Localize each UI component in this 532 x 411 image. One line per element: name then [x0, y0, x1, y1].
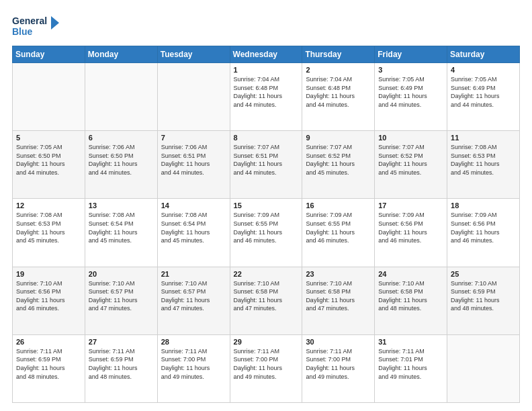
day-number: 30 — [306, 338, 371, 346]
svg-text:General: General — [12, 15, 47, 26]
calendar-cell: 23Sunrise: 7:10 AM Sunset: 6:58 PM Dayli… — [302, 267, 375, 334]
calendar-cell: 20Sunrise: 7:10 AM Sunset: 6:57 PM Dayli… — [85, 267, 157, 334]
calendar-cell: 2Sunrise: 7:04 AM Sunset: 6:48 PM Daylig… — [302, 63, 375, 131]
day-number: 18 — [451, 201, 516, 210]
calendar-week-row: 26Sunrise: 7:11 AM Sunset: 6:59 PM Dayli… — [13, 334, 520, 402]
day-info: Sunrise: 7:07 AM Sunset: 6:51 PM Dayligh… — [234, 143, 299, 177]
day-info: Sunrise: 7:11 AM Sunset: 6:59 PM Dayligh… — [89, 347, 154, 381]
day-info: Sunrise: 7:09 AM Sunset: 6:55 PM Dayligh… — [306, 211, 371, 244]
calendar-week-row: 1Sunrise: 7:04 AM Sunset: 6:48 PM Daylig… — [13, 63, 520, 131]
weekday-header: Friday — [375, 46, 447, 63]
calendar-cell — [13, 63, 85, 131]
svg-marker-2 — [51, 16, 59, 30]
day-number: 8 — [234, 134, 299, 142]
calendar-cell — [85, 63, 157, 131]
day-number: 24 — [378, 270, 443, 278]
weekday-header: Sunday — [13, 46, 85, 63]
calendar-cell: 8Sunrise: 7:07 AM Sunset: 6:51 PM Daylig… — [230, 131, 302, 199]
calendar-cell: 9Sunrise: 7:07 AM Sunset: 6:52 PM Daylig… — [302, 131, 375, 199]
day-number: 2 — [306, 66, 371, 74]
day-number: 25 — [451, 270, 516, 278]
calendar-cell: 7Sunrise: 7:06 AM Sunset: 6:51 PM Daylig… — [157, 131, 230, 199]
day-number: 1 — [234, 66, 299, 74]
calendar-cell: 1Sunrise: 7:04 AM Sunset: 6:48 PM Daylig… — [230, 63, 302, 131]
day-number: 16 — [306, 201, 371, 210]
day-info: Sunrise: 7:11 AM Sunset: 7:00 PM Dayligh… — [306, 347, 371, 381]
weekday-header: Monday — [85, 46, 157, 63]
day-number: 20 — [89, 270, 154, 278]
day-info: Sunrise: 7:05 AM Sunset: 6:49 PM Dayligh… — [451, 75, 516, 109]
calendar-cell: 24Sunrise: 7:10 AM Sunset: 6:58 PM Dayli… — [375, 267, 447, 334]
day-number: 31 — [378, 338, 443, 346]
day-number: 5 — [16, 134, 81, 142]
calendar-cell: 19Sunrise: 7:10 AM Sunset: 6:56 PM Dayli… — [13, 267, 85, 334]
calendar-cell: 21Sunrise: 7:10 AM Sunset: 6:57 PM Dayli… — [157, 267, 230, 334]
calendar-cell: 26Sunrise: 7:11 AM Sunset: 6:59 PM Dayli… — [13, 334, 85, 402]
day-number: 21 — [161, 270, 226, 278]
calendar-cell: 25Sunrise: 7:10 AM Sunset: 6:59 PM Dayli… — [447, 267, 520, 334]
day-info: Sunrise: 7:08 AM Sunset: 6:53 PM Dayligh… — [451, 143, 516, 177]
day-number: 4 — [451, 66, 516, 74]
day-number: 3 — [378, 66, 443, 74]
calendar-week-row: 12Sunrise: 7:08 AM Sunset: 6:53 PM Dayli… — [13, 199, 520, 267]
day-number: 11 — [451, 134, 516, 142]
day-number: 26 — [16, 338, 81, 346]
calendar-week-row: 19Sunrise: 7:10 AM Sunset: 6:56 PM Dayli… — [13, 267, 520, 334]
calendar-cell: 30Sunrise: 7:11 AM Sunset: 7:00 PM Dayli… — [302, 334, 375, 402]
calendar-cell: 14Sunrise: 7:08 AM Sunset: 6:54 PM Dayli… — [157, 199, 230, 267]
day-info: Sunrise: 7:08 AM Sunset: 6:54 PM Dayligh… — [161, 211, 226, 244]
logo: General Blue — [12, 12, 59, 39]
calendar-cell: 29Sunrise: 7:11 AM Sunset: 7:00 PM Dayli… — [230, 334, 302, 402]
day-info: Sunrise: 7:05 AM Sunset: 6:49 PM Dayligh… — [378, 75, 443, 109]
day-number: 13 — [89, 201, 154, 210]
calendar-cell — [157, 63, 230, 131]
calendar-cell: 16Sunrise: 7:09 AM Sunset: 6:55 PM Dayli… — [302, 199, 375, 267]
day-info: Sunrise: 7:10 AM Sunset: 6:56 PM Dayligh… — [16, 279, 81, 313]
day-info: Sunrise: 7:08 AM Sunset: 6:54 PM Dayligh… — [89, 211, 154, 244]
day-number: 23 — [306, 270, 371, 278]
calendar-cell: 13Sunrise: 7:08 AM Sunset: 6:54 PM Dayli… — [85, 199, 157, 267]
calendar-header-row: SundayMondayTuesdayWednesdayThursdayFrid… — [13, 46, 520, 63]
day-number: 22 — [234, 270, 299, 278]
day-number: 29 — [234, 338, 299, 346]
calendar-table: SundayMondayTuesdayWednesdayThursdayFrid… — [12, 46, 520, 403]
weekday-header: Tuesday — [157, 46, 230, 63]
calendar-cell: 22Sunrise: 7:10 AM Sunset: 6:58 PM Dayli… — [230, 267, 302, 334]
day-number: 28 — [161, 338, 226, 346]
day-number: 10 — [378, 134, 443, 142]
day-info: Sunrise: 7:04 AM Sunset: 6:48 PM Dayligh… — [306, 75, 371, 109]
day-number: 19 — [16, 270, 81, 278]
weekday-header: Wednesday — [230, 46, 302, 63]
logo-svg: General Blue — [12, 12, 59, 39]
day-info: Sunrise: 7:11 AM Sunset: 7:00 PM Dayligh… — [161, 347, 226, 381]
day-info: Sunrise: 7:10 AM Sunset: 6:57 PM Dayligh… — [161, 279, 226, 313]
calendar-cell: 4Sunrise: 7:05 AM Sunset: 6:49 PM Daylig… — [447, 63, 520, 131]
calendar-week-row: 5Sunrise: 7:05 AM Sunset: 6:50 PM Daylig… — [13, 131, 520, 199]
header: General Blue — [12, 12, 520, 39]
day-info: Sunrise: 7:09 AM Sunset: 6:56 PM Dayligh… — [451, 211, 516, 244]
calendar-cell: 10Sunrise: 7:07 AM Sunset: 6:52 PM Dayli… — [375, 131, 447, 199]
weekday-header: Thursday — [302, 46, 375, 63]
day-info: Sunrise: 7:06 AM Sunset: 6:51 PM Dayligh… — [161, 143, 226, 177]
day-number: 15 — [234, 201, 299, 210]
day-info: Sunrise: 7:11 AM Sunset: 7:00 PM Dayligh… — [234, 347, 299, 381]
calendar-cell: 27Sunrise: 7:11 AM Sunset: 6:59 PM Dayli… — [85, 334, 157, 402]
calendar-cell: 3Sunrise: 7:05 AM Sunset: 6:49 PM Daylig… — [375, 63, 447, 131]
day-info: Sunrise: 7:07 AM Sunset: 6:52 PM Dayligh… — [378, 143, 443, 177]
day-info: Sunrise: 7:08 AM Sunset: 6:53 PM Dayligh… — [16, 211, 81, 244]
calendar-cell: 31Sunrise: 7:11 AM Sunset: 7:01 PM Dayli… — [375, 334, 447, 402]
day-info: Sunrise: 7:10 AM Sunset: 6:58 PM Dayligh… — [378, 279, 443, 313]
day-info: Sunrise: 7:04 AM Sunset: 6:48 PM Dayligh… — [234, 75, 299, 109]
day-info: Sunrise: 7:10 AM Sunset: 6:57 PM Dayligh… — [89, 279, 154, 313]
day-info: Sunrise: 7:07 AM Sunset: 6:52 PM Dayligh… — [306, 143, 371, 177]
day-info: Sunrise: 7:10 AM Sunset: 6:59 PM Dayligh… — [451, 279, 516, 313]
calendar-cell: 17Sunrise: 7:09 AM Sunset: 6:56 PM Dayli… — [375, 199, 447, 267]
day-number: 9 — [306, 134, 371, 142]
day-info: Sunrise: 7:06 AM Sunset: 6:50 PM Dayligh… — [89, 143, 154, 177]
calendar-cell: 28Sunrise: 7:11 AM Sunset: 7:00 PM Dayli… — [157, 334, 230, 402]
day-number: 7 — [161, 134, 226, 142]
calendar-cell: 15Sunrise: 7:09 AM Sunset: 6:55 PM Dayli… — [230, 199, 302, 267]
day-info: Sunrise: 7:10 AM Sunset: 6:58 PM Dayligh… — [306, 279, 371, 313]
svg-text:Blue: Blue — [12, 26, 33, 37]
day-number: 6 — [89, 134, 154, 142]
